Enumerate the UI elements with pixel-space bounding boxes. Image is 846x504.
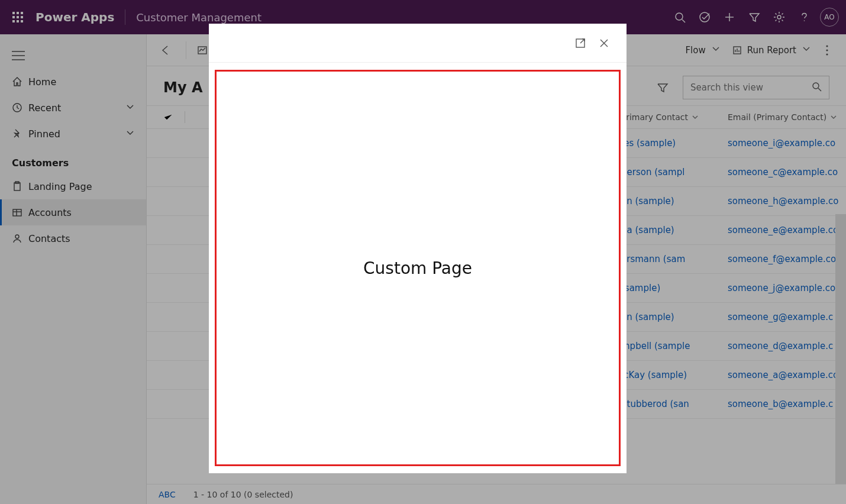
- expand-dialog-icon[interactable]: [570, 33, 591, 54]
- dialog-header: [209, 24, 627, 63]
- dialog-title: Custom Page: [363, 259, 472, 278]
- close-dialog-icon[interactable]: [593, 33, 615, 54]
- dialog-body: Custom Page: [209, 63, 627, 473]
- custom-page-dialog: Custom Page: [209, 24, 627, 473]
- content-region-annotation: Custom Page: [215, 70, 621, 466]
